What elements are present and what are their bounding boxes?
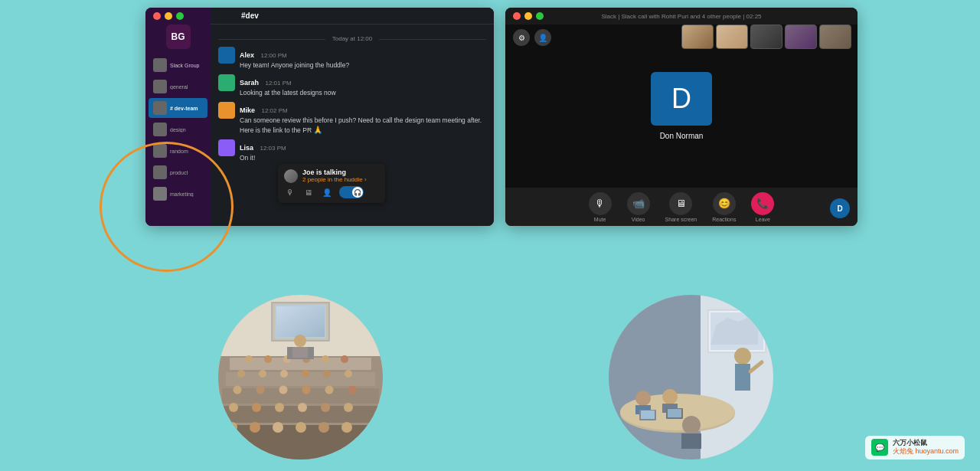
leave-button[interactable]: 📞 Leave (751, 192, 774, 222)
maximize-button[interactable] (536, 12, 544, 20)
participant-thumb-3[interactable] (750, 25, 782, 49)
message-time: 12:00 PM (260, 52, 286, 59)
sidebar-item-4[interactable]: design (149, 119, 207, 139)
svg-point-62 (682, 416, 701, 434)
svg-point-53 (662, 389, 678, 404)
leave-icon-circle: 📞 (751, 192, 774, 215)
svg-point-42 (294, 335, 306, 347)
video-label: Video (632, 217, 645, 222)
channel-name: #dev (241, 11, 259, 20)
svg-point-33 (321, 403, 330, 412)
huddle-toggle[interactable]: 🎧 (339, 186, 364, 198)
message-time: 12:02 PM (261, 107, 287, 114)
sidebar-item-1[interactable]: Slack Group (149, 55, 207, 75)
message-content: Lisa 12:03 PM On it! (240, 139, 486, 162)
sidebar-item-6[interactable]: product (149, 162, 207, 182)
sidebar-avatar (153, 101, 167, 115)
sidebar-item-5[interactable]: random (149, 141, 207, 161)
people-icon[interactable]: 👤 (534, 29, 551, 46)
message-sender: Alex (240, 51, 254, 59)
sidebar-item-2[interactable]: general (149, 77, 207, 96)
sidebar-label: # dev-team (170, 106, 198, 111)
slack-window: BG Slack Group general # dev-team design… (145, 8, 494, 226)
participant-thumb-5[interactable] (819, 25, 851, 49)
mic-icon[interactable]: 🎙 (284, 186, 296, 198)
huddle-info: Joe is talking 2 people in the huddle › (302, 168, 367, 183)
message-row: Alex 12:00 PM Hey team! Anyone joining t… (218, 47, 486, 70)
close-button[interactable] (153, 12, 161, 20)
svg-point-39 (318, 422, 329, 433)
svg-point-29 (229, 403, 238, 412)
participant-thumb-1[interactable] (681, 25, 714, 49)
maximize-button[interactable] (176, 12, 184, 20)
svg-point-11 (245, 355, 253, 363)
settings-icon[interactable]: ⚙ (513, 29, 530, 46)
message-content: Sarah 12:01 PM Looking at the latest des… (240, 74, 486, 97)
sidebar-avatar (153, 144, 167, 158)
close-button[interactable] (513, 12, 521, 20)
reactions-button[interactable]: 😊 Reactions (712, 192, 736, 222)
bottom-left-image (218, 295, 383, 460)
svg-point-40 (341, 422, 352, 433)
svg-rect-63 (681, 433, 701, 449)
huddle-people-link[interactable]: 2 people in the huddle › (302, 176, 367, 183)
svg-rect-4 (276, 306, 325, 337)
minimize-button[interactable] (165, 12, 172, 20)
svg-point-22 (345, 370, 352, 378)
date-divider: Today at 12:00 (218, 35, 486, 42)
message-row: Sarah 12:01 PM Looking at the latest des… (218, 74, 486, 97)
sidebar-avatar (153, 58, 167, 72)
sidebar-label: general (170, 84, 188, 90)
watermark-text: 六万小松鼠 火焰兔 huoyantu.com (893, 439, 959, 456)
sidebar-item-7[interactable]: marketing (149, 184, 207, 204)
main-participant-initial: D (671, 83, 691, 115)
avatar (218, 139, 235, 156)
message-text: On it! (240, 154, 486, 162)
svg-point-51 (635, 391, 651, 406)
message-row: Mike 12:02 PM Can someone review this be… (218, 102, 486, 135)
message-time: 12:01 PM (265, 80, 291, 87)
mute-label: Mute (594, 217, 606, 222)
svg-point-34 (344, 403, 353, 412)
sidebar-item-3[interactable]: # dev-team (149, 98, 207, 118)
avatar (218, 47, 235, 64)
svg-point-31 (275, 403, 284, 412)
participant-thumb-2[interactable] (716, 25, 748, 49)
minimize-button[interactable] (524, 12, 532, 20)
svg-point-24 (256, 386, 265, 394)
screen-share-icon[interactable]: 🖥 (302, 186, 315, 198)
mute-button[interactable]: 🎙 Mute (589, 192, 612, 222)
svg-point-32 (298, 403, 307, 412)
wechat-icon: 💬 (871, 439, 888, 456)
sidebar-avatar (153, 123, 167, 136)
svg-point-38 (296, 422, 306, 433)
svg-point-16 (341, 355, 348, 363)
video-window-title: Slack | Slack call with Rohit Puri and 4… (601, 13, 761, 20)
workspace-icon[interactable]: BG (166, 25, 191, 49)
svg-point-27 (325, 386, 334, 394)
mute-icon-circle: 🎙 (589, 192, 612, 215)
svg-point-18 (259, 370, 266, 378)
traffic-lights (153, 12, 184, 20)
share-screen-label: Share screen (665, 217, 697, 222)
main-participant-avatar: D (651, 72, 712, 126)
sidebar-label: random (170, 149, 188, 154)
video-button[interactable]: 📹 Video (627, 192, 650, 222)
sidebar-avatar (153, 165, 167, 179)
main-participant-name: Don Norman (660, 132, 704, 140)
svg-point-37 (273, 422, 283, 433)
svg-point-23 (234, 386, 242, 394)
video-icon-circle: 📹 (627, 192, 650, 215)
sidebar-avatar (153, 80, 167, 93)
avatar (218, 74, 235, 91)
call-controls-bar: 🎙 Mute 📹 Video 🖥 Share screen 😊 Reaction… (505, 188, 858, 226)
message-content: Mike 12:02 PM Can someone review this be… (240, 102, 486, 135)
participant-thumb-4[interactable] (785, 25, 817, 49)
share-screen-button[interactable]: 🖥 Share screen (665, 192, 697, 222)
message-sender: Lisa (240, 144, 253, 152)
toggle-knob: 🎧 (352, 187, 363, 198)
avatar (218, 102, 235, 119)
add-person-icon[interactable]: 👤 (321, 186, 333, 198)
watermark-url: 火焰兔 huoyantu.com (893, 447, 959, 456)
video-settings-icons: ⚙ 👤 (513, 29, 551, 46)
